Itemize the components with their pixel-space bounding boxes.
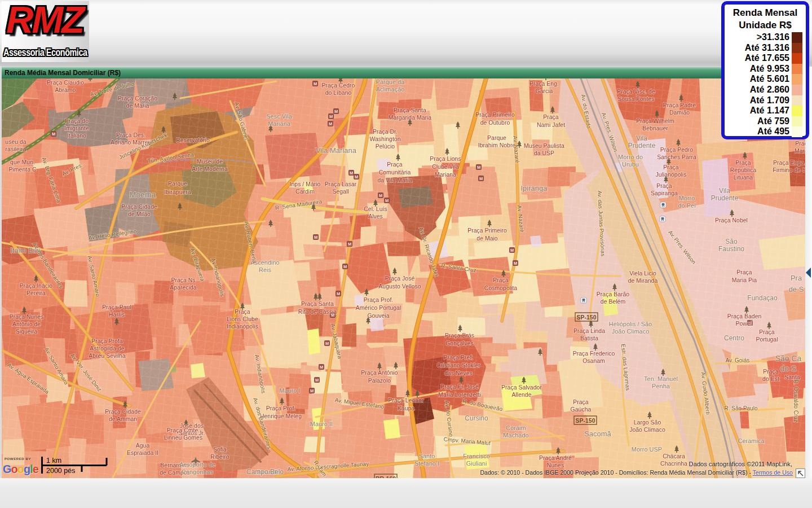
svg-text:Centro: Centro: [724, 334, 744, 342]
svg-text:Praça Nobel: Praça Nobel: [715, 217, 748, 224]
svg-text:Reservatório: Reservatório: [176, 137, 210, 143]
svg-text:PraçaMarga: PraçaMarga: [795, 140, 805, 154]
svg-text:PraçaGaúcha: PraçaGaúcha: [571, 398, 592, 413]
svg-text:que Mun.Pimenta C: que Mun.Pimenta C: [8, 159, 36, 173]
svg-text:Ipiranga: Ipiranga: [521, 184, 548, 192]
svg-text:Morrodo Pel: Morrodo Pel: [678, 195, 695, 209]
svg-text:Praça Barãode Belém: Praça Barãode Belém: [597, 291, 630, 305]
svg-text:useu darasileira: useu darasileira: [5, 138, 27, 152]
svg-text:Morro USP: Morro USP: [632, 446, 662, 453]
svg-text:Mauro II: Mauro II: [310, 421, 333, 427]
svg-text:Museu deArte Moderna: Museu deArte Moderna: [192, 158, 228, 172]
svg-text:Fundaçao: Fundaçao: [747, 294, 778, 302]
svg-text:Praça PedroSanches Parra: Praça PedroSanches Parra: [657, 146, 696, 160]
svg-text:SP-150: SP-150: [575, 417, 595, 424]
svg-text:Parque daAclimação: Parque daAclimação: [376, 78, 405, 93]
svg-text:Praça Enga.Firmino de S: Praça Enga.Firmino de S: [773, 159, 805, 173]
svg-text:SP-150: SP-150: [576, 314, 596, 321]
svg-text:Praça Cmte.Linneu Gomes: Praça Cmte.Linneu Gomes: [164, 427, 202, 441]
svg-text:Praça ProfaAstrogilda deAbreu: Praça ProfaAstrogilda deAbreu Sevilha: [89, 338, 126, 359]
svg-text:Praça SantaMargarida Maria: Praça SantaMargarida Maria: [389, 107, 432, 121]
svg-text:Viela Liciode Miranda: Viela Liciode Miranda: [628, 270, 658, 284]
svg-text:Vila Mariana: Vila Mariana: [316, 146, 357, 155]
svg-text:Cursino: Cursino: [465, 414, 488, 422]
svg-text:SofiaRibeiro: SofiaRibeiro: [210, 446, 229, 460]
svg-text:Praça Cedrodo Líbano: Praça Cedrodo Líbano: [322, 82, 355, 96]
svg-text:Praça Visc. deSousa Fontes: Praça Visc. deSousa Fontes: [617, 88, 655, 102]
svg-text:R. Oswaldo Cruz: R. Oswaldo Cruz: [793, 379, 799, 422]
svg-text:Largo SãoJoão Climaco: Largo SãoJoão Climaco: [629, 419, 665, 433]
svg-text:R. São Paulo: R. São Paulo: [725, 405, 758, 411]
svg-text:Praça NsAparecida: Praça NsAparecida: [170, 277, 196, 291]
svg-text:Ceramica: Ceramica: [738, 437, 765, 444]
svg-text:Mauro I: Mauro I: [279, 387, 300, 394]
svg-text:Heliópolis / SãoJoão Climaco: Heliópolis / SãoJoão Climaco: [609, 321, 652, 335]
svg-text:Praçado Est: Praçado Est: [762, 368, 779, 382]
svg-text:PraçaPortugal: PraçaPortugal: [756, 329, 778, 343]
svg-text:Av. Goiás: Av. Goiás: [726, 357, 749, 364]
svg-text:CoraimMachado: CoraimMachado: [503, 424, 528, 439]
svg-text:Moema: Moema: [130, 190, 156, 199]
svg-text:Sesc VilaMariana: Sesc VilaMariana: [266, 113, 293, 127]
svg-text:Praça doImigranteItaliano: Praça doImigranteItaliano: [64, 117, 89, 139]
svg-text:Sacomã: Sacomã: [584, 430, 611, 438]
svg-text:Praça Cidadede Amman: Praça Cidadede Amman: [105, 408, 141, 422]
